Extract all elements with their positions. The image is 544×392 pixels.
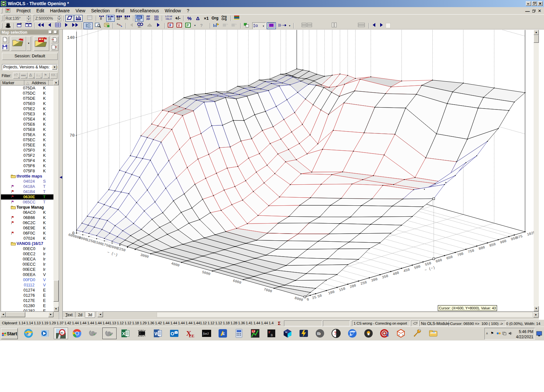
svg-text:e: e	[26, 331, 28, 336]
svg-text:800: 800	[478, 245, 485, 251]
svg-text:0: 0	[306, 297, 310, 302]
svg-text:5000: 5000	[201, 270, 211, 276]
svg-text:350: 350	[381, 274, 389, 280]
svg-text:X: X	[122, 331, 125, 336]
svg-text:550: 550	[425, 261, 432, 267]
svg-text:e: e	[110, 332, 111, 336]
svg-text:50: 50	[317, 294, 322, 298]
svg-text:200: 200	[349, 283, 357, 289]
svg-text:140: 140	[67, 35, 74, 40]
svg-text:650: 650	[446, 255, 453, 260]
svg-text:150: 150	[338, 287, 346, 292]
svg-text:0: 0	[398, 333, 400, 336]
svg-text:Cursor: (X=600, Y=8000), Value: Cursor: (X=600, Y=8000), Value: 43	[439, 306, 496, 310]
svg-text:900: 900	[500, 239, 507, 245]
svg-text:1: 1	[402, 333, 404, 336]
svg-text:Fl.: Fl.	[125, 17, 128, 20]
svg-text:O: O	[171, 331, 174, 336]
svg-text:500: 500	[414, 264, 421, 270]
svg-text:C: C	[288, 335, 290, 337]
svg-text:6000: 6000	[232, 279, 242, 285]
svg-text:E: E	[222, 332, 225, 336]
svg-text:F: F	[268, 330, 270, 334]
svg-text:7: 7	[334, 331, 336, 336]
svg-text:IOI..: IOI..	[138, 26, 142, 28]
svg-text:F: F	[169, 23, 172, 27]
svg-text:70: 70	[70, 133, 75, 138]
svg-text:fan3: fan3	[203, 332, 209, 335]
svg-text:tb: tb	[317, 331, 321, 336]
svg-text:P: P	[187, 23, 189, 27]
svg-text:32: 32	[117, 17, 120, 20]
svg-text:e: e	[94, 332, 95, 336]
svg-text:100: 100	[328, 290, 335, 295]
svg-text:2250: 2250	[117, 247, 126, 253]
svg-text:LF: LF	[252, 330, 255, 333]
svg-text:3000: 3000	[140, 253, 149, 259]
svg-text:600: 600	[435, 258, 442, 264]
svg-text:16: 16	[108, 17, 112, 21]
svg-text:4000: 4000	[171, 261, 180, 268]
svg-text:1025: 1025	[527, 230, 534, 236]
svg-text:975: 975	[516, 234, 523, 240]
svg-text:M: M	[285, 331, 287, 333]
svg-text:■■■: ■■■	[137, 19, 141, 21]
svg-text:B: B	[271, 333, 273, 337]
svg-text:8000: 8000	[294, 296, 303, 302]
svg-text:255: 255	[137, 16, 141, 19]
svg-text:EE: EE	[189, 333, 194, 338]
svg-text:700: 700	[457, 252, 464, 257]
svg-text:400: 400	[392, 271, 399, 276]
svg-text:250: 250	[360, 280, 367, 286]
svg-text:25: 25	[312, 295, 317, 300]
svg-text:∞: ∞	[60, 330, 63, 335]
svg-text:850: 850	[489, 242, 496, 248]
svg-text:~ (~): ~ (~)	[107, 250, 118, 257]
svg-text:300: 300	[371, 277, 378, 282]
svg-text:8: 8	[100, 17, 102, 20]
svg-text:750: 750	[467, 248, 474, 254]
svg-text:V: V	[178, 23, 180, 27]
svg-text:7000: 7000	[263, 287, 273, 294]
svg-text:450: 450	[403, 268, 410, 273]
